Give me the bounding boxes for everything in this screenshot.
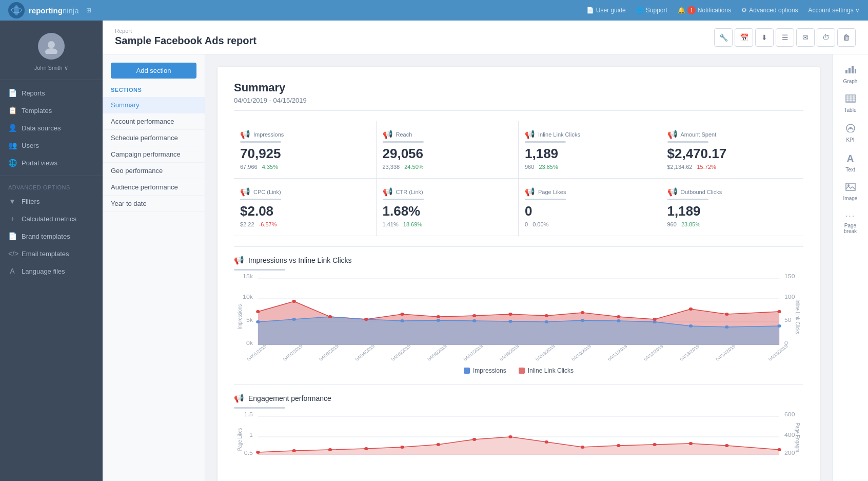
logo-text: reportingninja (29, 6, 79, 15)
sidebar-user: John Smith ∨ (0, 21, 103, 80)
kpi-page-likes-bar (525, 199, 566, 200)
kpi-ctr-value: 1.68% (383, 203, 512, 219)
svg-rect-93 (845, 70, 847, 73)
graph-widget-btn[interactable]: Graph (838, 61, 863, 88)
image-widget-btn[interactable]: Image (838, 179, 863, 205)
text-widget-btn[interactable]: A Text (838, 149, 863, 177)
sidebar-nav: 📄 Reports 📋 Templates 👤 Data sources 👥 U… (0, 80, 103, 284)
email-button[interactable]: ✉ (796, 28, 815, 47)
sidebar-item-data-sources[interactable]: 👤 Data sources (0, 119, 103, 137)
svg-rect-94 (849, 68, 851, 73)
svg-point-80 (328, 448, 332, 451)
top-nav: reportingninja ⊞ 📄 User guide 🌐 Support … (0, 0, 868, 21)
sidebar-item-calculated-metrics[interactable]: + Calculated metrics (0, 210, 103, 227)
kpi-amount-compare: $2,134.62 15.72% (667, 164, 798, 170)
svg-point-88 (617, 444, 620, 447)
svg-point-43 (508, 313, 512, 316)
users-icon: 👥 (8, 141, 16, 149)
chart1-header: 📢 Impressions vs Inline Link Clicks (234, 255, 803, 265)
clock-button[interactable]: ⏱ (817, 28, 835, 47)
section-item-audience-performance[interactable]: Audience performance (103, 179, 205, 196)
svg-text:50: 50 (784, 317, 792, 323)
svg-text:0k: 0k (246, 340, 253, 346)
portal-views-icon: 🌐 (8, 159, 16, 167)
svg-point-25 (400, 319, 404, 322)
email-templates-icon: </> (8, 249, 16, 258)
grid-icon[interactable]: ⊞ (86, 7, 91, 14)
sidebar-item-users[interactable]: 👥 Users (0, 137, 103, 154)
sidebar-item-portal-views[interactable]: 🌐 Portal views (0, 154, 103, 171)
svg-text:04/08/2019: 04/08/2019 (498, 344, 520, 362)
kpi-outbound-clicks: 📢 Outbound Clicks 1,189 960 23.85% (661, 179, 804, 236)
templates-icon: 📋 (8, 106, 16, 114)
svg-point-48 (689, 307, 693, 311)
sidebar-item-filters[interactable]: ▼ Filters (0, 193, 103, 210)
svg-text:04/10/2019: 04/10/2019 (570, 344, 593, 362)
chart1-icon: 📢 (234, 255, 244, 265)
main-layout: John Smith ∨ 📄 Reports 📋 Templates 👤 Dat… (0, 21, 868, 481)
svg-text:04/05/2019: 04/05/2019 (390, 344, 412, 362)
section-item-summary[interactable]: Summary (103, 97, 205, 113)
svg-text:600: 600 (784, 412, 795, 417)
svg-marker-77 (258, 437, 779, 455)
kpi-impressions-compare: 67,966 4.35% (240, 164, 370, 170)
support-nav[interactable]: 🌐 Support (636, 7, 667, 14)
svg-point-82 (400, 446, 404, 449)
kpi-grid: 📢 Impressions 70,925 67,966 4.35% (234, 121, 803, 236)
section-item-geo-performance[interactable]: Geo performance (103, 163, 205, 179)
kpi-widget-btn[interactable]: KPI (838, 119, 863, 147)
calendar-button[interactable]: 📅 (735, 28, 753, 47)
svg-point-28 (508, 320, 512, 323)
section-item-schedule-performance[interactable]: Schedule performance (103, 130, 205, 146)
sidebar-item-reports[interactable]: 📄 Reports (0, 84, 103, 102)
svg-point-27 (472, 319, 476, 322)
table-widget-btn[interactable]: Table (838, 90, 863, 117)
notifications-nav[interactable]: 🔔 1 Notifications (678, 6, 731, 14)
account-settings-nav[interactable]: Account settings ∨ (808, 7, 860, 14)
kpi-cpc-icon: 📢 (240, 187, 250, 197)
top-nav-right: 📄 User guide 🌐 Support 🔔 1 Notifications… (586, 6, 860, 14)
svg-point-89 (653, 443, 656, 446)
kpi-reach-icon: 📢 (383, 129, 393, 139)
notification-badge: 1 (687, 6, 696, 14)
svg-point-26 (437, 319, 440, 322)
kpi-amount-icon: 📢 (667, 129, 678, 139)
svg-text:04/06/2019: 04/06/2019 (426, 344, 448, 362)
svg-text:1: 1 (249, 432, 253, 438)
svg-point-41 (437, 315, 440, 318)
sidebar-item-templates[interactable]: 📋 Templates (0, 102, 103, 119)
legend-impressions-dot (464, 368, 470, 374)
kpi-ilc-value: 1,189 (525, 146, 655, 162)
kpi-ilc-icon: 📢 (525, 129, 535, 139)
svg-point-92 (777, 448, 781, 451)
svg-point-78 (256, 451, 260, 454)
svg-point-4 (45, 48, 57, 54)
page-break-widget-btn[interactable]: ··· Page break (838, 207, 863, 238)
sidebar-item-brand-templates[interactable]: 📄 Brand templates (0, 227, 103, 245)
text-widget-icon: A (846, 153, 854, 165)
add-section-button[interactable]: Add section (111, 63, 196, 79)
section-item-account-performance[interactable]: Account performance (103, 113, 205, 130)
user-guide-nav[interactable]: 📄 User guide (586, 7, 626, 14)
stack-button[interactable]: ☰ (776, 28, 794, 47)
svg-text:Impressions: Impressions (236, 304, 243, 329)
section-item-year-to-date[interactable]: Year to date (103, 196, 205, 212)
kpi-amount-spent: 📢 Amount Spent $2,470.17 $2,134.62 15.72… (661, 121, 804, 179)
report-title: Sample Facebook Ads report (115, 35, 257, 47)
svg-point-21 (256, 320, 260, 323)
settings-button[interactable]: 🔧 (714, 28, 733, 47)
calculated-metrics-icon: + (8, 215, 16, 223)
user-name[interactable]: John Smith ∨ (34, 64, 69, 71)
svg-point-86 (545, 440, 548, 444)
kpi-ilc-bar (525, 141, 566, 143)
download-button[interactable]: ⬇ (755, 28, 774, 47)
sidebar-item-language-files[interactable]: A Language files (0, 262, 103, 280)
kpi-ctr-bar (383, 199, 424, 200)
section-item-campaign-performance[interactable]: Campaign performance (103, 146, 205, 163)
svg-text:Inline Link Clicks: Inline Link Clicks (795, 300, 801, 334)
delete-button[interactable]: 🗑 (837, 28, 856, 47)
logo[interactable]: reportingninja ⊞ (8, 2, 91, 18)
advanced-options-nav[interactable]: ⚙ Advanced options (741, 7, 798, 14)
report-body: Add section SECTIONS Summary Account per… (103, 54, 868, 481)
sidebar-item-email-templates[interactable]: </> Email templates (0, 245, 103, 262)
